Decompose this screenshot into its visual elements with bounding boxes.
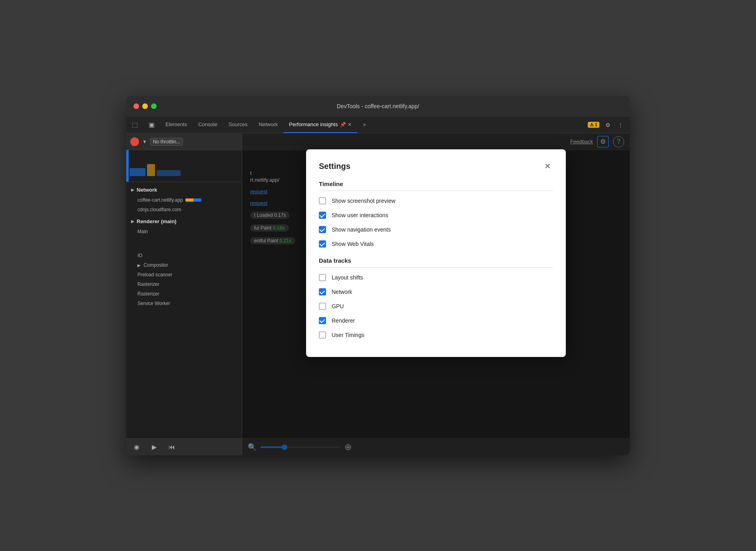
label-navigation-events: Show navigation events (332, 226, 391, 233)
option-renderer[interactable]: Renderer (319, 317, 553, 324)
svg-rect-1 (147, 164, 155, 176)
checkbox-network[interactable] (319, 288, 326, 295)
network-section-label: Network (137, 187, 157, 193)
checkbox-renderer[interactable] (319, 317, 326, 324)
tree-item-rasterizer1[interactable]: Rasterizer (126, 279, 242, 289)
data-tracks-section-title: Data tracks (319, 257, 553, 264)
screenshot-icon[interactable]: ◉ (131, 442, 142, 453)
tree-item-preload[interactable]: Preload scanner (126, 270, 242, 279)
traffic-lights (133, 103, 157, 109)
label-gpu: GPU (332, 303, 344, 309)
sidebar-tree: ▶ Network coffee-cart.netlify.app cdnjs.… (126, 182, 242, 438)
option-network[interactable]: Network (319, 288, 553, 295)
settings-header: Settings ✕ (319, 161, 553, 172)
network-toolbar: ▼ No throttlin... (126, 133, 242, 150)
close-button[interactable] (133, 103, 139, 109)
label-network: Network (332, 289, 352, 295)
option-layout-shifts[interactable]: Layout shifts (319, 274, 553, 281)
tab-actions: ⚠ 1 ⚙ ⋮ (588, 117, 630, 133)
settings-section-data-tracks: Data tracks Layout shifts Network (319, 257, 553, 339)
maximize-button[interactable] (151, 103, 157, 109)
issue-badge[interactable]: ⚠ 1 (588, 122, 599, 128)
record-button[interactable] (130, 137, 139, 146)
timeline-section-title: Timeline (319, 180, 553, 187)
timeline-indicator (126, 150, 129, 182)
compositor-expand-icon: ▶ (137, 263, 141, 268)
checkbox-user-interactions[interactable] (319, 212, 326, 219)
label-user-interactions: Show user interactions (332, 212, 388, 218)
checkbox-screenshot-preview[interactable] (319, 197, 326, 204)
request-timing-bar (185, 198, 201, 202)
option-web-vitals[interactable]: Show Web Vitals (319, 240, 553, 248)
tab-sources[interactable]: Sources (223, 117, 253, 133)
settings-close-button[interactable]: ✕ (542, 161, 553, 172)
option-user-timings[interactable]: User Timings (319, 331, 553, 339)
svg-rect-2 (157, 170, 181, 176)
svg-rect-0 (129, 168, 145, 176)
tree-item-empty2 (126, 244, 242, 251)
network-collapse-icon: ▶ (131, 188, 134, 192)
timeline-divider (319, 190, 553, 191)
network-section-header[interactable]: ▶ Network (126, 184, 242, 195)
settings-section-timeline: Timeline Show screenshot preview Show us… (319, 180, 553, 248)
back-to-start-icon[interactable]: ⏮ (166, 442, 177, 453)
label-layout-shifts: Layout shifts (332, 274, 363, 281)
sidebar: ▼ No throttlin... ▶ (126, 133, 242, 455)
pin-icon: 📌 (340, 122, 346, 127)
option-screenshot-preview[interactable]: Show screenshot preview (319, 197, 553, 204)
timeline-chart (129, 156, 229, 180)
tree-item-cdnjs[interactable]: cdnjs.cloudflare.com (126, 205, 242, 214)
label-user-timings: User Timings (332, 332, 364, 338)
tab-more[interactable]: » (357, 117, 371, 133)
checkbox-user-timings[interactable] (319, 331, 326, 339)
option-user-interactions[interactable]: Show user interactions (319, 212, 553, 219)
option-gpu[interactable]: GPU (319, 303, 553, 310)
tree-item-io[interactable]: IO (126, 251, 242, 260)
tree-item-coffee-cart[interactable]: coffee-cart.netlify.app (126, 195, 242, 205)
window-title: DevTools - coffee-cart.netlify.app/ (337, 103, 419, 109)
settings-icon[interactable]: ⚙ (602, 119, 614, 131)
renderer-section-header[interactable]: ▶ Renderer (main) (126, 216, 242, 227)
title-bar: DevTools - coffee-cart.netlify.app/ (126, 96, 630, 117)
tab-elements[interactable]: Elements (160, 117, 193, 133)
minimize-button[interactable] (142, 103, 148, 109)
more-options-icon[interactable]: ⋮ (615, 119, 627, 131)
dock-icon[interactable]: ▣ (143, 117, 160, 133)
renderer-section-label: Renderer (main) (137, 218, 177, 224)
option-navigation-events[interactable]: Show navigation events (319, 226, 553, 233)
tree-item-service-worker[interactable]: Service Worker (126, 299, 242, 308)
label-web-vitals: Show Web Vitals (332, 241, 374, 247)
record-dropdown-icon[interactable]: ▼ (142, 139, 147, 145)
data-tracks-divider (319, 267, 553, 268)
throttle-select[interactable]: No throttlin... (150, 138, 183, 146)
renderer-collapse-icon: ▶ (131, 219, 134, 224)
tree-item-main[interactable]: Main (126, 227, 242, 236)
network-group: ▶ Network coffee-cart.netlify.app cdnjs.… (126, 184, 242, 214)
play-icon[interactable]: ▶ (149, 442, 160, 453)
checkbox-web-vitals[interactable] (319, 240, 326, 248)
checkbox-layout-shifts[interactable] (319, 274, 326, 281)
label-renderer: Renderer (332, 317, 355, 324)
tab-network[interactable]: Network (253, 117, 284, 133)
settings-title: Settings (319, 162, 350, 171)
tab-console[interactable]: Console (193, 117, 223, 133)
devtools-tabs-bar: ⬚ ▣ Elements Console Sources Network Per… (126, 117, 630, 133)
cursor-icon[interactable]: ⬚ (126, 117, 143, 133)
checkbox-navigation-events[interactable] (319, 226, 326, 233)
tree-item-rasterizer2[interactable]: Rasterizer (126, 289, 242, 299)
sidebar-bottom-bar: ◉ ▶ ⏮ (126, 438, 242, 455)
tree-item-empty1 (126, 236, 242, 244)
settings-dialog: Settings ✕ Timeline Show screenshot prev… (306, 149, 566, 357)
label-screenshot-preview: Show screenshot preview (332, 198, 396, 204)
main-area: ▼ No throttlin... ▶ (126, 133, 630, 455)
checkbox-gpu[interactable] (319, 303, 326, 310)
devtools-window: DevTools - coffee-cart.netlify.app/ ⬚ ▣ … (126, 96, 630, 455)
right-panel: Feedback ⚙ ? Details t rt.netlify.app/ r… (242, 133, 630, 455)
close-tab-icon[interactable]: ✕ (348, 122, 352, 127)
timeline-area (126, 150, 242, 182)
renderer-group: ▶ Renderer (main) Main IO ▶ Compositor (126, 216, 242, 308)
tree-item-compositor[interactable]: ▶ Compositor (126, 260, 242, 270)
settings-overlay: Settings ✕ Timeline Show screenshot prev… (242, 133, 630, 455)
tab-performance-insights[interactable]: Performance insights 📌 ✕ (283, 117, 357, 133)
